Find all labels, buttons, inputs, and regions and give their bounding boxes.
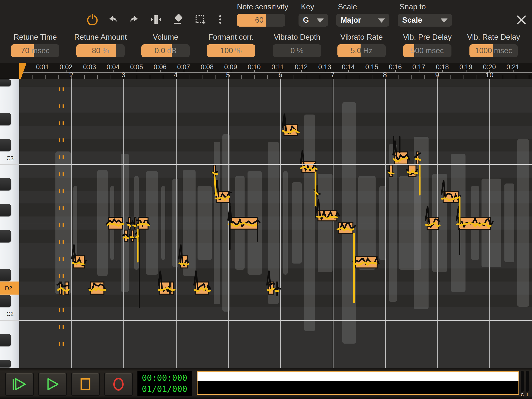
- ruler-second-tick: [395, 70, 396, 72]
- ruler-quarter-tick: [267, 75, 268, 79]
- more-options-icon[interactable]: [218, 14, 223, 25]
- black-key[interactable]: [0, 139, 11, 151]
- key-label: Key: [301, 2, 314, 11]
- pitch-curve: [394, 158, 407, 161]
- chevron-down-icon: [317, 18, 324, 23]
- param-slider-vibrato-rate[interactable]: 5.0Hz: [337, 44, 386, 57]
- ruler-quarter-tick: [281, 75, 281, 79]
- key-label-c2: C2: [6, 311, 14, 317]
- snap-to-value: Scale: [402, 16, 422, 25]
- ruler-quarter-tick: [490, 75, 490, 79]
- chevron-down-icon: [441, 18, 448, 23]
- pitch-curve: [107, 223, 123, 226]
- play-from-start-button[interactable]: [5, 373, 34, 396]
- param-slider-vib-rate-delay[interactable]: 1000msec: [469, 44, 518, 57]
- meter-c-label: C: [521, 393, 524, 398]
- ruler-divider: [19, 72, 532, 73]
- ruler-second-tick: [66, 70, 66, 72]
- black-key[interactable]: [0, 360, 11, 367]
- pitch-curve: [138, 224, 149, 226]
- param-value: 1000msec: [469, 44, 518, 57]
- power-toggle-icon[interactable]: [87, 14, 98, 25]
- eraser-icon[interactable]: [172, 14, 184, 25]
- key-value: G: [303, 16, 309, 25]
- marquee-select-icon[interactable]: [195, 14, 206, 25]
- param-slider-volume[interactable]: 0.0dB: [141, 44, 190, 57]
- record-button[interactable]: [104, 373, 133, 396]
- ruler-quarter-tick: [320, 75, 320, 79]
- param-label: Retune Amount: [69, 33, 132, 42]
- c3-gridline: [0, 164, 532, 165]
- ruler-quarter-tick: [346, 75, 346, 79]
- param-value: 5.0Hz: [337, 44, 386, 57]
- key-label-d2: D2: [5, 285, 12, 292]
- ruler-second-tick: [301, 70, 302, 72]
- close-icon[interactable]: [516, 15, 528, 26]
- pitch-grid[interactable]: [19, 79, 532, 368]
- param-value: 100%: [207, 44, 255, 57]
- param-slider-vibrato-depth[interactable]: 0%: [273, 44, 321, 57]
- pitch-curve: [275, 288, 280, 289]
- scale-label: Scale: [338, 2, 357, 11]
- redo-icon[interactable]: [128, 14, 140, 25]
- piano-keyboard[interactable]: C3D2C2: [0, 79, 19, 368]
- ruler-quarter-tick: [307, 75, 307, 79]
- pitch-curve: [267, 271, 274, 289]
- ruler-quarter-tick: [58, 75, 59, 79]
- black-key[interactable]: [0, 204, 11, 216]
- pitch-curve: [442, 198, 458, 200]
- black-key[interactable]: [0, 230, 11, 242]
- key-dropdown[interactable]: G: [299, 14, 328, 27]
- stop-button[interactable]: [71, 373, 100, 396]
- ruler-quarter-tick: [124, 75, 124, 79]
- pitch-curve: [123, 237, 128, 238]
- ruler-quarter-tick: [503, 75, 503, 79]
- param-slider-vib-pre-delay[interactable]: 500msec: [403, 44, 451, 57]
- meter-c: [521, 371, 524, 392]
- param-slider-retune-time[interactable]: 70msec: [11, 44, 59, 57]
- black-key[interactable]: [0, 269, 11, 281]
- ruler-quarter-tick: [97, 75, 98, 79]
- ruler-second-tick: [466, 70, 466, 72]
- snap-to-label: Snap to: [399, 2, 426, 11]
- param-label: Volume: [134, 33, 197, 42]
- pitch-curve: [128, 225, 130, 226]
- note-sensitivity-slider[interactable]: 60: [237, 14, 285, 27]
- ruler-second-tick: [160, 70, 161, 72]
- param-label: Formant corr.: [200, 33, 263, 42]
- song-overview-scrubber[interactable]: [197, 371, 519, 395]
- black-key[interactable]: [0, 295, 11, 307]
- ruler-quarter-tick: [137, 75, 137, 79]
- ruler-second-tick: [113, 70, 114, 72]
- ruler-quarter-tick: [84, 75, 85, 79]
- ruler-quarter-tick: [150, 75, 150, 79]
- ruler-quarter-tick: [294, 75, 294, 79]
- snap-to-dropdown[interactable]: Scale: [398, 14, 452, 27]
- play-button[interactable]: [38, 373, 67, 396]
- pitch-curve: [389, 172, 394, 173]
- black-key[interactable]: [0, 113, 11, 125]
- ruler-second-tick: [442, 70, 443, 72]
- black-key[interactable]: [0, 334, 11, 346]
- ruler-second-tick: [372, 70, 372, 72]
- pitch-curve: [58, 288, 63, 290]
- param-slider-formant-corr-[interactable]: 100%: [207, 44, 255, 57]
- undo-icon[interactable]: [107, 14, 119, 25]
- ruler-quarter-tick: [228, 75, 229, 79]
- scale-dropdown[interactable]: Major: [336, 14, 389, 27]
- ruler-quarter-tick: [398, 75, 399, 79]
- ruler-second-tick: [207, 70, 208, 72]
- playhead-marker[interactable]: [19, 63, 27, 79]
- param-slider-retune-amount[interactable]: 80%: [76, 44, 125, 57]
- black-key[interactable]: [0, 178, 11, 190]
- split-notes-icon[interactable]: [150, 14, 162, 25]
- ruler-quarter-tick: [202, 75, 202, 79]
- ruler-second-tick: [419, 70, 419, 72]
- meter-i-label: I: [527, 393, 528, 398]
- black-key[interactable]: [0, 79, 11, 86]
- ruler-second-tick: [90, 70, 90, 72]
- param-value: 500msec: [403, 44, 451, 57]
- pitch-curve: [72, 263, 84, 264]
- param-label: Vibrato Depth: [266, 33, 329, 42]
- timeline-ruler[interactable]: 0:010:020:030:040:050:060:070:080:090:10…: [0, 63, 532, 79]
